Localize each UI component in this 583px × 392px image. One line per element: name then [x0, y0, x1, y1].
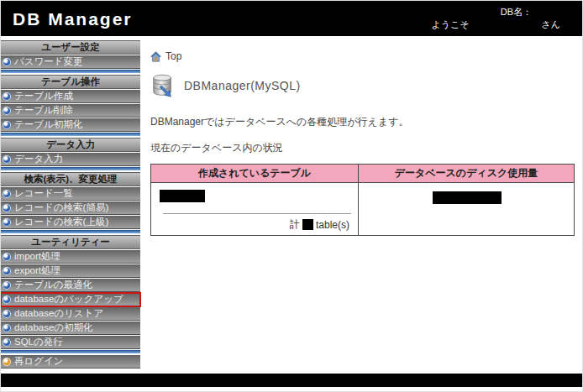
page-heading: DBManager(MySQL): [150, 73, 582, 98]
sidebar-item-sql-issue[interactable]: SQLの発行: [1, 336, 140, 349]
sidebar-item-label: export処理: [14, 264, 60, 277]
arrow-bullet-icon: [3, 155, 11, 164]
section-divider: [1, 133, 140, 136]
section-divider: [1, 70, 140, 73]
arrow-bullet-icon: [3, 338, 11, 347]
top-link[interactable]: Top: [165, 50, 181, 62]
sidebar-item-database-initialize[interactable]: databaseの初期化: [1, 321, 140, 335]
session-info: DB名： ようこそ さん: [431, 6, 574, 31]
sidebar-item-label: databaseの初期化: [14, 321, 93, 334]
app-title: DB Manager: [13, 8, 133, 29]
redacted-table-count: [302, 219, 313, 230]
top-header-bar: DB Manager DB名： ようこそ さん: [1, 1, 582, 36]
redacted-disk-usage: [433, 191, 502, 204]
welcome-line: ようこそ さん: [431, 18, 574, 31]
arrow-bullet-icon: [3, 218, 11, 227]
section-divider: [1, 230, 140, 233]
breadcrumb: Top: [150, 50, 582, 62]
arrow-bullet-icon: [3, 267, 11, 275]
sidebar-item-table-optimize[interactable]: テーブルの最適化: [1, 279, 140, 292]
sidebar: ユーザー設定 パスワード変更 テーブル操作 テーブル作成 テーブル削除 テーブル…: [1, 40, 140, 369]
status-label: 現在のデータベース内の状況: [150, 141, 582, 155]
sidebar-section-user-settings: ユーザー設定: [1, 40, 140, 55]
db-status-table: 作成されているテーブル データベースのディスク使用量 計 table(s): [150, 164, 575, 236]
sidebar-item-password-change[interactable]: パスワード変更: [1, 55, 140, 69]
arrow-bullet-icon: [3, 281, 11, 290]
sidebar-item-export[interactable]: export処理: [1, 264, 140, 278]
arrow-bullet-icon: [3, 310, 11, 318]
arrow-bullet-icon: [3, 121, 11, 129]
sidebar-section-data-entry: データ入力: [1, 138, 140, 152]
db-name-label: DB名：: [431, 6, 574, 18]
arrow-bullet-icon: [3, 253, 11, 261]
sidebar-item-database-backup[interactable]: databaseのバックアップ: [1, 293, 140, 306]
arrow-bullet-orange-icon: [3, 358, 11, 366]
database-icon: [150, 73, 176, 98]
welcome-label: ようこそ: [431, 18, 469, 31]
arrow-bullet-icon: [3, 204, 11, 212]
sidebar-item-label: SQLの発行: [14, 336, 63, 348]
total-suffix-label: table(s): [316, 219, 349, 231]
sidebar-item-label: レコードの検索(上級): [14, 216, 108, 228]
sidebar-item-relogin[interactable]: 再ログイン: [1, 355, 140, 368]
cell-divider: [163, 213, 351, 214]
sidebar-section-utilities: ユーティリティー: [1, 235, 140, 249]
sidebar-item-label: databaseのバックアップ: [14, 293, 123, 306]
sidebar-item-import[interactable]: import処理: [1, 250, 140, 264]
arrow-bullet-icon: [3, 107, 11, 115]
main-content: Top DBManager(MySQL) DBManagerではデータベースへの…: [140, 40, 582, 236]
created-tables-cell: 計 table(s): [151, 183, 359, 236]
arrow-bullet-icon: [3, 295, 11, 304]
footer-bar: [1, 374, 582, 387]
sidebar-item-label: パスワード変更: [14, 55, 83, 68]
sidebar-item-record-search-advanced[interactable]: レコードの検索(上級): [1, 216, 140, 229]
db-manager-page: DB Manager DB名： ようこそ さん ユーザー設定 パスワード変更 テ…: [0, 0, 583, 392]
redacted-table-name: [160, 190, 205, 202]
section-divider: [1, 350, 140, 353]
sidebar-item-label: テーブルの最適化: [14, 279, 92, 291]
description-text: DBManagerではデータベースへの各種処理が行えます。: [150, 115, 582, 129]
sidebar-item-data-entry[interactable]: データ入力: [1, 153, 140, 166]
sidebar-item-label: レコード一覧: [14, 187, 73, 200]
table-count-line: 計 table(s): [156, 217, 355, 232]
page-title: DBManager(MySQL): [184, 79, 301, 92]
sidebar-item-record-search-simple[interactable]: レコードの検索(簡易): [1, 201, 140, 215]
section-divider: [1, 167, 140, 170]
sidebar-item-label: 再ログイン: [14, 355, 64, 368]
disk-usage-cell: [359, 183, 575, 236]
arrow-bullet-icon: [3, 58, 11, 66]
sidebar-item-label: テーブル初期化: [14, 118, 82, 131]
user-suffix-label: さん: [541, 18, 574, 31]
sidebar-item-label: databaseのリストア: [14, 307, 103, 320]
sidebar-section-table-operations: テーブル操作: [1, 75, 140, 89]
sidebar-item-table-create[interactable]: テーブル作成: [1, 90, 140, 103]
arrow-bullet-icon: [3, 324, 11, 332]
sidebar-item-record-list[interactable]: レコード一覧: [1, 187, 140, 201]
sidebar-item-table-initialize[interactable]: テーブル初期化: [1, 118, 140, 132]
sidebar-item-label: テーブル作成: [14, 90, 73, 102]
home-icon: [150, 51, 161, 62]
sidebar-item-table-delete[interactable]: テーブル削除: [1, 104, 140, 118]
sidebar-item-label: レコードの検索(簡易): [14, 201, 108, 214]
column-header-disk-usage: データベースのディスク使用量: [359, 165, 575, 183]
sidebar-item-label: データ入力: [14, 153, 63, 165]
sidebar-item-label: テーブル削除: [14, 104, 73, 117]
sidebar-item-database-restore[interactable]: databaseのリストア: [1, 307, 140, 321]
arrow-bullet-icon: [3, 92, 11, 101]
total-prefix-label: 計: [290, 217, 300, 232]
column-header-created-tables: 作成されているテーブル: [151, 165, 359, 183]
table-row: 計 table(s): [151, 183, 575, 236]
sidebar-item-label: import処理: [14, 250, 60, 263]
arrow-bullet-icon: [3, 190, 11, 198]
sidebar-section-search-change: 検索(表示)、変更処理: [1, 172, 140, 186]
